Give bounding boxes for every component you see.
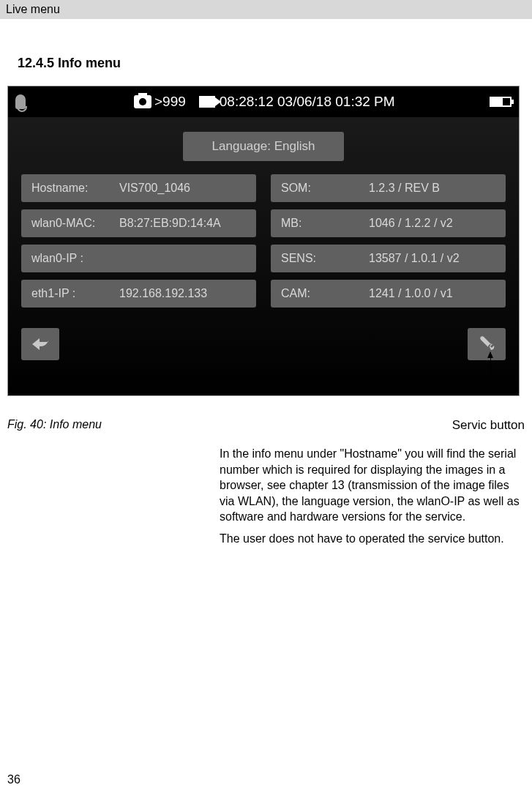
battery-icon [490, 97, 512, 107]
video-icon [199, 96, 215, 108]
eth-ip-cell: eth1-IP : 192.168.192.133 [21, 280, 256, 308]
photo-counter: >999 [154, 94, 186, 110]
eth-ip-value: 192.168.192.133 [119, 287, 246, 300]
cam-label: CAM: [281, 287, 369, 300]
mic-icon [15, 94, 26, 109]
hostname-cell: Hostname: VIS700_1046 [21, 174, 256, 202]
back-button[interactable] [21, 328, 59, 360]
info-menu-screenshot: >999 08:28:12 03/06/18 01:32 PM Language… [7, 86, 520, 396]
hostname-value: VIS700_1046 [119, 182, 246, 195]
wlan-ip-cell: wlan0-IP : [21, 245, 256, 272]
wlan-ip-value [119, 252, 246, 265]
service-button-label: Servic button [452, 418, 525, 433]
eth-ip-label: eth1-IP : [31, 287, 119, 300]
menu-body: Language: English Hostname: VIS700_1046 … [8, 117, 519, 395]
som-cell: SOM: 1.2.3 / REV B [271, 174, 506, 202]
figure-caption: Fig. 40: Info menu [7, 418, 102, 431]
wlan-mac-value: B8:27:EB:9D:14:4A [119, 217, 246, 230]
status-bar: >999 08:28:12 03/06/18 01:32 PM [8, 86, 519, 117]
wrench-icon [478, 335, 495, 353]
sens-label: SENS: [281, 252, 369, 265]
service-button[interactable] [468, 328, 506, 360]
camera-icon [134, 95, 151, 108]
info-grid: Hostname: VIS700_1046 SOM: 1.2.3 / REV B… [21, 174, 506, 308]
mb-value: 1046 / 1.2.2 / v2 [369, 217, 495, 230]
wlan-ip-label: wlan0-IP : [31, 252, 119, 265]
hostname-label: Hostname: [31, 182, 119, 195]
back-arrow-icon [31, 337, 50, 351]
section-title: 12.4.5 Info menu [18, 56, 532, 71]
caption-row: Fig. 40: Info menu Servic button [7, 418, 525, 433]
som-value: 1.2.3 / REV B [369, 182, 495, 195]
paragraph-1: In the info menu under "Hostname" you wi… [220, 446, 525, 525]
wlan-mac-cell: wlan0-MAC: B8:27:EB:9D:14:4A [21, 209, 256, 237]
arrow-to-service-button [490, 352, 491, 392]
body-text: In the info menu under "Hostname" you wi… [220, 446, 525, 547]
mb-label: MB: [281, 217, 369, 230]
header-text: Live menu [6, 3, 60, 15]
mb-cell: MB: 1046 / 1.2.2 / v2 [271, 209, 506, 237]
sens-value: 13587 / 1.0.1 / v2 [369, 252, 495, 265]
wlan-mac-label: wlan0-MAC: [31, 217, 119, 230]
language-button[interactable]: Language: English [183, 132, 345, 161]
page-number: 36 [7, 773, 20, 786]
som-label: SOM: [281, 182, 369, 195]
cam-cell: CAM: 1241 / 1.0.0 / v1 [271, 280, 506, 308]
paragraph-2: The user does not have to operated the s… [220, 531, 525, 547]
sens-cell: SENS: 13587 / 1.0.1 / v2 [271, 245, 506, 272]
page-header: Live menu [0, 0, 532, 19]
cam-value: 1241 / 1.0.0 / v1 [369, 287, 495, 300]
timestamp: 08:28:12 03/06/18 01:32 PM [220, 94, 395, 110]
page-content: 12.4.5 Info menu >999 08:28:12 03/06/18 … [0, 19, 532, 547]
